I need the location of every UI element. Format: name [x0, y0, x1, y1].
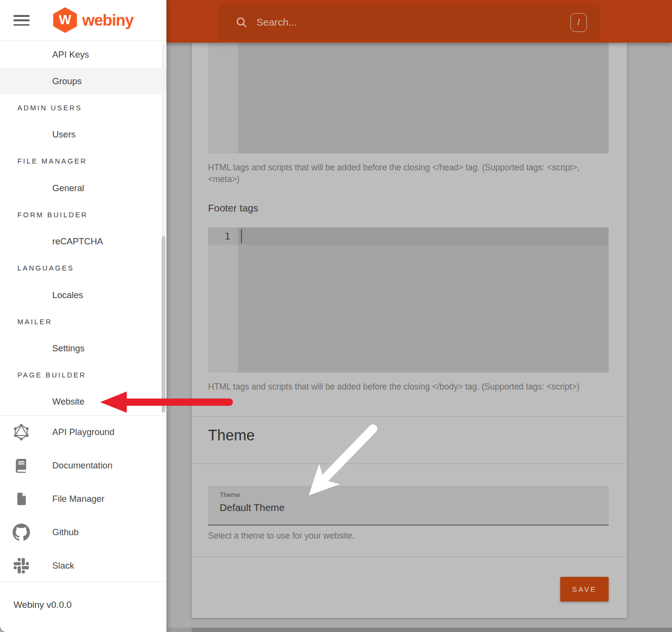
sidebar-item-settings[interactable]: Settings: [0, 335, 166, 361]
theme-section-title: Theme: [208, 427, 254, 444]
app-version: Webiny v0.0.0: [14, 600, 72, 610]
save-button[interactable]: SAVE: [560, 577, 609, 602]
github-icon: [12, 524, 31, 541]
webiny-wordmark: webiny: [82, 11, 134, 30]
code-editor-gutter: [208, 227, 238, 373]
webiny-logo: W webiny: [53, 7, 134, 33]
section-divider: [192, 557, 627, 557]
footer-tags-helper-text: HTML tags and scripts that will be added…: [208, 381, 601, 393]
sidebar-item-general[interactable]: General: [0, 175, 166, 201]
settings-page-background: HTML tags and scripts that will be added…: [166, 43, 672, 632]
sidebar-item-locales[interactable]: Locales: [0, 282, 166, 308]
window-bottom-edge: [166, 628, 192, 632]
sidebar-section-mailer: MAILER: [0, 308, 166, 335]
search-input[interactable]: [255, 16, 570, 29]
search-icon: [235, 16, 248, 29]
section-divider: [192, 464, 627, 464]
book-icon: [12, 457, 31, 474]
sidebar-section-admin-users: ADMIN USERS: [0, 94, 166, 121]
sidebar-item-slack[interactable]: Slack: [0, 549, 166, 582]
header-tags-code-editor[interactable]: [208, 43, 609, 153]
global-search[interactable]: /: [219, 4, 599, 40]
drawer-header: W webiny: [0, 0, 166, 41]
section-divider: [192, 416, 627, 417]
text-cursor: [241, 229, 242, 243]
graphql-icon: [12, 423, 31, 441]
active-code-line: [208, 227, 609, 245]
navigation-drawer: W webiny API Keys Groups ADMIN USERS Use…: [0, 0, 166, 632]
drawer-menu: API Keys Groups ADMIN USERS Users FILE M…: [0, 41, 166, 415]
slack-icon: [12, 558, 31, 573]
search-shortcut-badge: /: [570, 13, 587, 32]
sidebar-item-file-manager[interactable]: File Manager: [0, 482, 166, 516]
sidebar-item-recaptcha[interactable]: reCAPTCHA: [0, 228, 166, 255]
drawer-scrollbar-thumb[interactable]: [162, 236, 165, 412]
code-editor-gutter: [208, 43, 238, 153]
sidebar-item-website[interactable]: Website: [0, 389, 166, 415]
utility-item-label: API Playground: [52, 427, 115, 437]
drawer-footer: Webiny v0.0.0: [0, 582, 166, 632]
sidebar-item-api-keys[interactable]: API Keys: [0, 41, 166, 68]
website-settings-card: HTML tags and scripts that will be added…: [192, 43, 627, 618]
header-tags-helper-text: HTML tags and scripts that will be added…: [208, 162, 601, 185]
sidebar-section-file-manager: FILE MANAGER: [0, 148, 166, 175]
utility-item-label: Github: [52, 527, 79, 538]
theme-select-label: Theme: [220, 491, 240, 498]
sidebar-section-form-builder: FORM BUILDER: [0, 201, 166, 228]
webiny-logo-hexagon-icon: W: [53, 7, 77, 33]
window-bottom-edge: [192, 628, 672, 632]
line-number: 1: [208, 227, 230, 245]
drawer-utility-section: API Playground Documentation File Manage…: [0, 415, 166, 582]
sidebar-item-groups[interactable]: Groups: [0, 68, 166, 94]
sidebar-section-page-builder: PAGE BUILDER: [0, 362, 166, 389]
file-icon: [12, 491, 31, 507]
utility-item-label: File Manager: [52, 494, 105, 504]
sidebar-item-github[interactable]: Github: [0, 515, 166, 549]
sidebar-item-users[interactable]: Users: [0, 121, 166, 148]
sidebar-item-documentation[interactable]: Documentation: [0, 449, 166, 482]
utility-item-label: Slack: [52, 560, 74, 571]
footer-tags-code-editor[interactable]: 1: [208, 227, 609, 373]
footer-tags-label: Footer tags: [208, 202, 258, 214]
utility-item-label: Documentation: [52, 460, 112, 471]
theme-select-value: Default Theme: [220, 502, 284, 513]
theme-helper-text: Select a theme to use for your website.: [208, 530, 601, 542]
theme-select[interactable]: Theme Default Theme: [208, 486, 609, 526]
sidebar-section-languages: LANGUAGES: [0, 255, 166, 282]
hamburger-menu-icon[interactable]: [14, 15, 30, 26]
sidebar-item-api-playground[interactable]: API Playground: [0, 416, 166, 449]
